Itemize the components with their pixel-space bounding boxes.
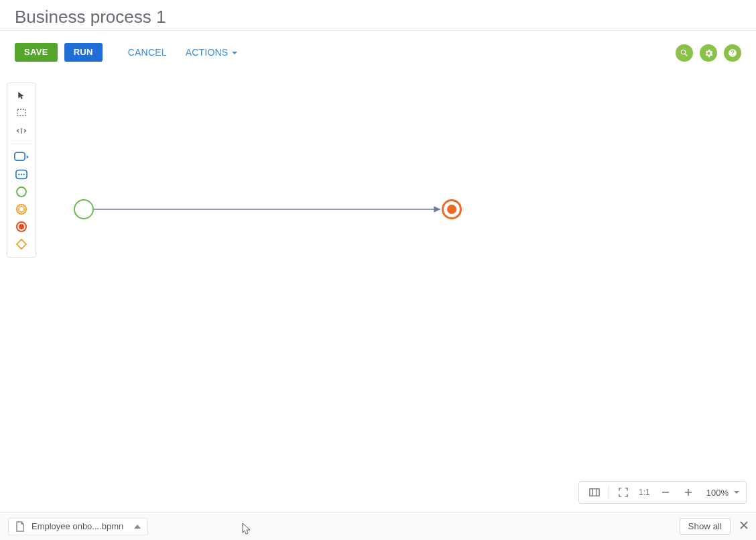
start-event-node[interactable] bbox=[74, 199, 94, 219]
zoom-level[interactable]: 100% bbox=[700, 488, 733, 498]
zoom-dropdown-caret[interactable] bbox=[734, 491, 739, 496]
zoom-in-button[interactable] bbox=[677, 481, 700, 504]
zoom-out-button[interactable] bbox=[654, 481, 677, 504]
view-controls: 1:1 100% bbox=[578, 481, 747, 504]
fit-to-screen-icon[interactable] bbox=[612, 481, 635, 504]
download-bar: Employee onbo....bpmn Show all bbox=[0, 512, 756, 540]
show-all-downloads-button[interactable]: Show all bbox=[680, 518, 731, 535]
reset-zoom-button[interactable]: 1:1 bbox=[635, 488, 654, 497]
close-download-bar-icon[interactable] bbox=[740, 521, 748, 531]
file-icon bbox=[15, 521, 25, 532]
end-event-node[interactable] bbox=[442, 199, 462, 219]
svg-rect-13 bbox=[590, 489, 599, 496]
download-filename: Employee onbo....bpmn bbox=[32, 521, 123, 531]
chevron-up-icon[interactable] bbox=[134, 525, 141, 529]
separator bbox=[609, 486, 609, 499]
minimap-icon[interactable] bbox=[583, 481, 606, 504]
download-item[interactable]: Employee onbo....bpmn bbox=[8, 518, 148, 535]
sequence-flow[interactable] bbox=[0, 0, 756, 540]
